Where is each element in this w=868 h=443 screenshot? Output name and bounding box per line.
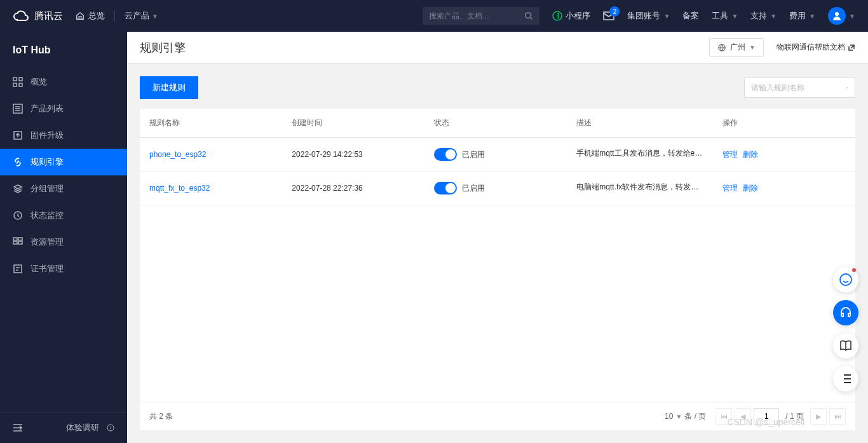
pager-next[interactable]: ▶ [810, 408, 827, 425]
chevron-down-icon: ▼ [675, 413, 682, 420]
svg-rect-11 [13, 238, 17, 240]
pager: ⏮ ◀ / 1 页 ▶ ⏭ [715, 408, 846, 425]
rule-search-input[interactable] [751, 83, 846, 92]
miniprogram-link[interactable]: 小程序 [552, 10, 590, 22]
delete-link[interactable]: 删除 [743, 150, 758, 159]
billing-dropdown[interactable]: 费用▼ [789, 10, 815, 22]
sidebar-item-monitor[interactable]: 状态监控 [0, 202, 127, 229]
float-docs-button[interactable] [833, 333, 858, 358]
search-icon [524, 11, 533, 20]
support-dropdown[interactable]: 支持▼ [750, 10, 776, 22]
col-desc: 描述 [567, 109, 713, 138]
collapse-icon [13, 424, 23, 432]
sidebar-item-resources[interactable]: 资源管理 [0, 229, 127, 256]
user-avatar-dropdown[interactable]: ▼ [828, 7, 855, 25]
rule-time: 2022-07-29 14:22:53 [282, 138, 424, 172]
col-status: 状态 [424, 109, 567, 138]
rules-table-container: 规则名称 创建时间 状态 描述 操作 phone_to_esp32 2022-0… [140, 109, 855, 430]
status-toggle[interactable] [434, 182, 457, 194]
help-doc-link[interactable]: 物联网通信帮助文档 [776, 42, 855, 53]
overview-link[interactable]: 总览 [76, 10, 105, 22]
delete-link[interactable]: 删除 [743, 184, 758, 193]
main-content: 规则引擎 广州 ▼ 物联网通信帮助文档 新建规则 规则名称 创建时间 [127, 32, 868, 443]
rule-search[interactable] [744, 78, 855, 98]
sidebar-item-rules[interactable]: 规则引擎 [0, 149, 127, 175]
brand-name: 腾讯云 [34, 10, 63, 22]
chevron-down-icon: ▼ [770, 13, 776, 20]
clock-icon [13, 210, 23, 221]
grid-icon [13, 77, 23, 87]
product-title: IoT Hub [0, 32, 127, 69]
table-row: mqtt_fx_to_esp32 2022-07-28 22:27:36 已启用… [140, 172, 855, 205]
svg-rect-4 [13, 78, 17, 81]
resources-icon [13, 237, 23, 247]
sidebar-item-overview[interactable]: 概览 [0, 69, 127, 95]
tools-dropdown[interactable]: 工具▼ [712, 10, 738, 22]
chevron-down-icon: ▼ [749, 44, 756, 51]
layers-icon [13, 184, 23, 194]
col-time: 创建时间 [282, 109, 424, 138]
avatar [828, 7, 846, 25]
region-selector[interactable]: 广州 ▼ [709, 38, 764, 57]
smile-icon [839, 273, 853, 287]
sidebar-item-certs[interactable]: 证书管理 [0, 256, 127, 282]
search-icon [846, 83, 848, 92]
total-count: 共 2 条 [149, 411, 173, 422]
status-toggle[interactable] [434, 148, 457, 161]
status-text: 已启用 [462, 150, 485, 159]
global-search-input[interactable] [429, 11, 524, 20]
book-icon [839, 340, 852, 351]
pager-prev[interactable]: ◀ [735, 408, 751, 425]
pager-first[interactable]: ⏮ [715, 408, 732, 425]
account-dropdown[interactable]: 集团账号▼ [627, 10, 670, 22]
globe-icon [717, 43, 726, 52]
svg-point-0 [526, 13, 531, 18]
manage-link[interactable]: 管理 [722, 184, 738, 193]
table-header-row: 规则名称 创建时间 状态 描述 操作 [140, 109, 855, 138]
notification-dot [852, 268, 856, 272]
sidebar-survey[interactable]: 体验调研 [0, 412, 127, 443]
rule-desc: 手机端mqtt工具发布消息，转发给es... [576, 148, 703, 159]
page-input[interactable] [754, 408, 779, 425]
page-title: 规则引擎 [140, 40, 186, 55]
col-ops: 操作 [713, 109, 855, 138]
chevron-down-icon: ▼ [152, 13, 158, 20]
products-dropdown[interactable]: 云产品 ▼ [125, 10, 158, 22]
link-icon [13, 157, 23, 167]
chevron-down-icon: ▼ [809, 13, 815, 20]
mail-link[interactable]: 2 [603, 11, 614, 20]
svg-rect-14 [18, 242, 22, 244]
svg-point-3 [835, 12, 839, 16]
sidebar-item-firmware[interactable]: 固件升级 [0, 122, 127, 149]
main-header: 规则引擎 广州 ▼ 物联网通信帮助文档 [127, 32, 868, 64]
float-support-button[interactable] [833, 300, 858, 325]
toolbar: 新建规则 [140, 76, 855, 99]
logo-section[interactable]: 腾讯云 [13, 9, 63, 23]
rule-name-link[interactable]: phone_to_esp32 [149, 150, 206, 159]
rule-time: 2022-07-28 22:27:36 [282, 172, 424, 205]
filing-link[interactable]: 备案 [682, 10, 699, 22]
svg-rect-12 [18, 238, 22, 240]
new-rule-button[interactable]: 新建规则 [140, 76, 198, 99]
pager-last[interactable]: ⏭ [829, 408, 846, 425]
sidebar-item-groups[interactable]: 分组管理 [0, 175, 127, 202]
rule-name-link[interactable]: mqtt_fx_to_esp32 [149, 184, 210, 193]
float-smile-button[interactable] [833, 267, 858, 292]
home-icon [76, 11, 85, 20]
chevron-down-icon: ▼ [663, 13, 670, 20]
upgrade-icon [13, 130, 23, 140]
rule-desc: 电脑端mqtt.fx软件发布消息，转发给... [576, 182, 703, 193]
table-row: phone_to_esp32 2022-07-29 14:22:53 已启用 手… [140, 138, 855, 172]
float-menu-button[interactable] [833, 366, 858, 392]
float-widgets [833, 267, 858, 392]
cert-icon [13, 264, 23, 274]
cloud-logo-icon [13, 9, 29, 23]
svg-rect-15 [14, 265, 22, 273]
global-search[interactable] [423, 7, 539, 25]
page-size-selector[interactable]: 10 ▼ 条 / 页 [665, 411, 706, 422]
manage-link[interactable]: 管理 [722, 150, 738, 159]
page-total: / 1 页 [785, 411, 804, 422]
menu-icon [840, 374, 851, 383]
sidebar-item-products[interactable]: 产品列表 [0, 95, 127, 122]
col-name: 规则名称 [140, 109, 282, 138]
